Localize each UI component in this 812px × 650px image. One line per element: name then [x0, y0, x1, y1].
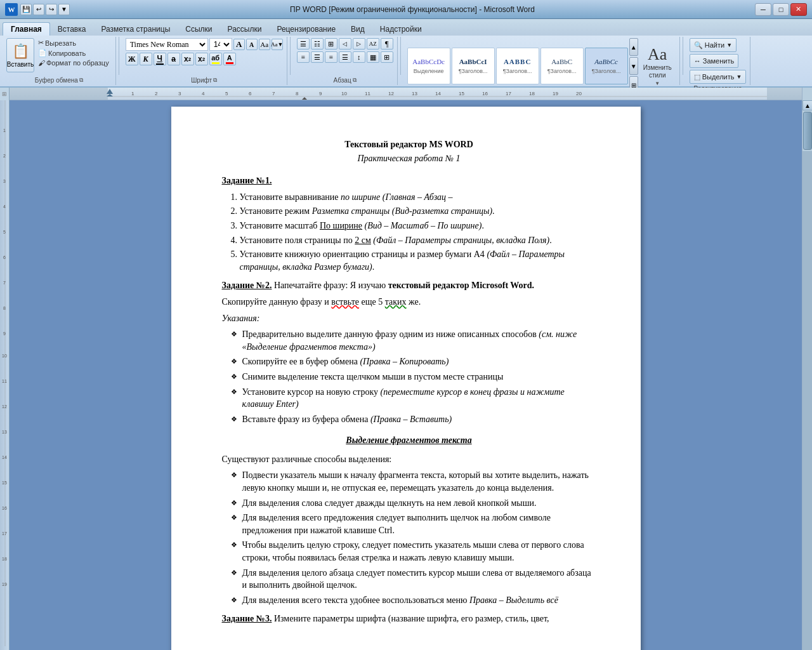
- superscript-button[interactable]: x2: [195, 53, 208, 65]
- styles-scroll-up[interactable]: ▲: [629, 38, 638, 56]
- replace-button[interactable]: ↔ Заменить: [690, 54, 738, 68]
- style-heading2[interactable]: AABBC ¶Заголов...: [496, 48, 539, 84]
- scroll-up-button[interactable]: ▲: [802, 100, 812, 110]
- paragraph-group-content: ☰ ☷ ⊞ ◁ ▷ AZ ¶ ≡ ☰ ≡ ☰ ↕ ▦ ⊞: [297, 38, 393, 76]
- task2-bullet1: Предварительно выделите данную фразу одн…: [231, 328, 596, 353]
- heading-task3: Задание №3. Измените параметры шрифта (н…: [222, 613, 596, 625]
- save-qa-button[interactable]: 💾: [20, 4, 32, 15]
- style-heading4[interactable]: AaBbCc ¶Заголов...: [585, 48, 628, 84]
- list-unordered-button[interactable]: ☰: [297, 38, 310, 50]
- list-ordered-button[interactable]: ☷: [311, 38, 324, 50]
- find-button[interactable]: 🔍 Найти ▼: [690, 38, 737, 52]
- paste-button[interactable]: 📋 Вставить: [6, 38, 34, 72]
- borders-button[interactable]: ⊞: [381, 51, 393, 63]
- selection-method3: Для выделения всего предложения следует …: [231, 512, 596, 536]
- minimize-button[interactable]: ─: [755, 3, 771, 16]
- close-button[interactable]: ✕: [790, 3, 807, 16]
- svg-text:18: 18: [2, 557, 7, 561]
- svg-text:4: 4: [202, 91, 205, 96]
- bold-button[interactable]: Ж: [126, 53, 138, 65]
- undo-qa-button[interactable]: ↩: [33, 4, 44, 15]
- style-heading1[interactable]: AaBbCcI ¶Заголов...: [452, 48, 495, 84]
- divider-3: [400, 37, 401, 75]
- clipboard-group: 📋 Вставить ✂ Вырезать 📄 Копировать 🖌 Фор…: [3, 37, 116, 85]
- svg-text:16: 16: [482, 91, 488, 96]
- font-shrink-button[interactable]: A: [246, 39, 258, 50]
- style-heading3[interactable]: AaBbC ¶Заголов...: [540, 48, 584, 84]
- svg-text:17: 17: [2, 531, 7, 536]
- svg-text:6: 6: [249, 91, 252, 96]
- left-indent-marker[interactable]: [107, 89, 113, 100]
- style-normal[interactable]: AaBbCcDc Выделение: [407, 48, 450, 84]
- select-icon: ⬚: [694, 73, 700, 81]
- selection-method2: Для выделения слова следует дважды щелкн…: [231, 497, 596, 510]
- tab-review[interactable]: Рецензирование: [269, 23, 343, 36]
- svg-text:13: 13: [2, 430, 7, 434]
- font-expand-icon[interactable]: ⧉: [213, 77, 217, 84]
- copy-button[interactable]: 📄 Копировать: [36, 48, 112, 58]
- font-name-select[interactable]: Times New Roman: [126, 38, 208, 51]
- tab-view[interactable]: Вид: [343, 23, 372, 36]
- text-highlight-button[interactable]: аб: [209, 53, 222, 65]
- align-justify-button[interactable]: ☰: [339, 51, 351, 63]
- selection-methods-list: Подвести указатель мыши к началу фрагмен…: [222, 469, 596, 606]
- vertical-scrollbar[interactable]: ▲ ▼: [802, 100, 812, 650]
- clear-format-button[interactable]: Aa: [259, 39, 270, 50]
- italic-button[interactable]: К: [140, 53, 152, 65]
- change-styles-button[interactable]: Aa Изменитьстили ▼: [639, 44, 676, 89]
- paragraph-expand-icon[interactable]: ⧉: [353, 77, 357, 84]
- style-heading3-label: ¶Заголов...: [547, 68, 577, 74]
- redo-qa-button[interactable]: ↪: [46, 4, 57, 15]
- font-row2: Ж К Ч а x2 x2 аб: [126, 53, 236, 65]
- underline-button[interactable]: Ч: [154, 53, 166, 65]
- svg-text:18: 18: [529, 91, 535, 96]
- align-left-button[interactable]: ≡: [297, 51, 310, 63]
- change-case-button[interactable]: Aa▼: [272, 39, 283, 50]
- tab-mailings[interactable]: Рассылки: [220, 23, 270, 36]
- clipboard-expand-icon[interactable]: ⧉: [79, 77, 83, 84]
- format-painter-button[interactable]: 🖌 Формат по образцу: [36, 58, 112, 67]
- tab-home[interactable]: Главная: [3, 22, 50, 36]
- maximize-button[interactable]: □: [773, 3, 789, 16]
- ruler-corner[interactable]: ⊞: [0, 88, 10, 100]
- document-page[interactable]: Текстовый редактор MS WORD Практическая …: [171, 107, 641, 650]
- font-group-content: Times New Roman 14 A A Aa Aa▼ Ж К: [126, 38, 283, 76]
- line-spacing-button[interactable]: ↕: [353, 51, 365, 63]
- format-painter-icon: 🖌: [38, 59, 45, 67]
- svg-text:13: 13: [412, 91, 417, 96]
- show-marks-button[interactable]: ¶: [381, 38, 393, 50]
- selection-method5: Для выделения целого абзаца следует поме…: [231, 567, 596, 592]
- task2-instructions-label: Указания:: [222, 312, 596, 325]
- indent-increase-button[interactable]: ▷: [353, 38, 365, 50]
- multilevel-list-button[interactable]: ⊞: [325, 38, 337, 50]
- tab-addins[interactable]: Надстройки: [372, 23, 429, 36]
- cut-button[interactable]: ✂ Вырезать: [36, 38, 112, 48]
- scroll-thumb[interactable]: [803, 112, 812, 150]
- change-styles-arrow: ▼: [655, 81, 660, 86]
- align-center-button[interactable]: ☰: [311, 51, 324, 63]
- style-heading3-preview: AaBbC: [551, 58, 572, 66]
- document-area[interactable]: Текстовый редактор MS WORD Практическая …: [10, 100, 802, 650]
- select-button[interactable]: ⬚ Выделить ▼: [690, 70, 747, 84]
- dropdown-qa-button[interactable]: ▼: [58, 4, 70, 15]
- align-right-button[interactable]: ≡: [325, 51, 337, 63]
- tab-references[interactable]: Ссылки: [178, 23, 219, 36]
- strikethrough-button[interactable]: а: [167, 53, 180, 65]
- indent-decrease-button[interactable]: ◁: [339, 38, 351, 50]
- tab-insert[interactable]: Вставка: [50, 23, 94, 36]
- font-size-select[interactable]: 14: [209, 38, 232, 51]
- shading-button[interactable]: ▦: [367, 51, 379, 63]
- svg-text:9: 9: [319, 91, 322, 96]
- svg-text:9: 9: [3, 331, 6, 336]
- subscript-button[interactable]: x2: [181, 53, 194, 65]
- font-color-button[interactable]: А: [223, 53, 236, 65]
- paste-icon: 📋: [12, 43, 29, 60]
- find-icon: 🔍: [694, 41, 703, 50]
- sort-button[interactable]: AZ: [367, 38, 379, 50]
- tab-page-layout[interactable]: Разметка страницы: [93, 23, 178, 36]
- styles-scroll-down[interactable]: ▼: [629, 57, 638, 75]
- copy-icon: 📄: [38, 49, 47, 57]
- svg-text:10: 10: [341, 91, 347, 96]
- selection-method6: Для выделения всего текста удобнее воспо…: [231, 594, 596, 607]
- font-grow-button[interactable]: A: [233, 39, 245, 50]
